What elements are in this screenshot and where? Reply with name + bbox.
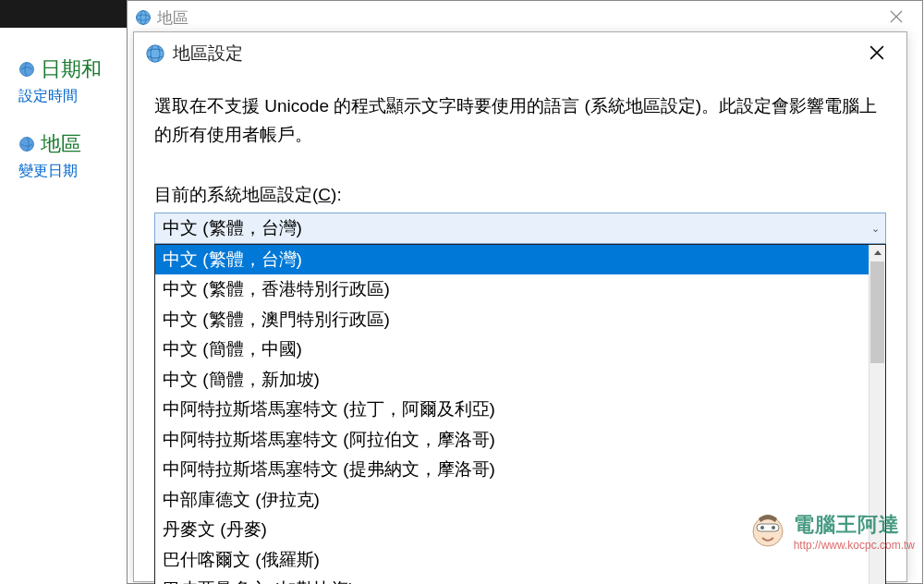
svg-point-2 (137, 11, 151, 25)
dropdown-option[interactable]: 中部庫德文 (伊拉克) (155, 485, 869, 516)
dialog-close-button[interactable] (858, 42, 895, 66)
dialog-description: 選取在不支援 Unicode 的程式顯示文字時要使用的語言 (系統地區設定)。此… (154, 91, 886, 150)
svg-point-1 (20, 138, 34, 152)
dropdown-option[interactable]: 巴皮亞曼多文 (加勒比海) (155, 575, 869, 584)
locale-dropdown: 中文 (繁體，台灣)中文 (繁體，香港特別行政區)中文 (繁體，澳門特別行政區)… (154, 244, 886, 584)
dropdown-option[interactable]: 中阿特拉斯塔馬塞特文 (阿拉伯文，摩洛哥) (155, 425, 869, 456)
dropdown-list: 中文 (繁體，台灣)中文 (繁體，香港特別行政區)中文 (繁體，澳門特別行政區)… (155, 245, 869, 584)
globe-icon (145, 43, 165, 64)
scrollbar[interactable] (869, 245, 885, 584)
sidebar-region-title: 地區 (41, 130, 81, 158)
globe-icon (18, 136, 35, 152)
sidebar-datetime-title: 日期和 (41, 55, 102, 83)
chevron-down-icon: ⌄ (871, 222, 880, 234)
svg-point-0 (20, 63, 34, 77)
dropdown-option[interactable]: 中文 (繁體，台灣) (155, 245, 869, 275)
chevron-up-icon (874, 250, 881, 255)
dropdown-option[interactable]: 中文 (簡體，中國) (155, 335, 869, 365)
scroll-up-button[interactable] (869, 245, 885, 262)
svg-point-5 (147, 45, 164, 62)
dropdown-option[interactable]: 中阿特拉斯塔馬塞特文 (提弗納文，摩洛哥) (155, 455, 869, 485)
locale-combobox[interactable]: 中文 (繁體，台灣) ⌄ (154, 213, 886, 244)
region-window-title: 地區 (157, 7, 188, 29)
dialog-title: 地區設定 (173, 42, 243, 66)
settings-sidebar: 日期和 設定時間 地區 變更日期 (0, 0, 129, 584)
dropdown-option[interactable]: 中阿特拉斯塔馬塞特文 (拉丁，阿爾及利亞) (155, 395, 869, 425)
globe-icon (135, 9, 152, 26)
region-titlebar: 地區 (128, 1, 922, 34)
dropdown-option[interactable]: 中文 (繁體，香港特別行政區) (155, 274, 869, 305)
dropdown-option[interactable]: 巴什喀爾文 (俄羅斯) (155, 545, 869, 576)
dropdown-option[interactable]: 中文 (簡體，新加坡) (155, 365, 869, 395)
scroll-track[interactable] (869, 262, 885, 584)
scroll-thumb[interactable] (870, 262, 884, 363)
sidebar-item-datetime[interactable]: 日期和 設定時間 (18, 55, 128, 106)
dialog-titlebar: 地區設定 (134, 32, 906, 75)
region-settings-dialog: 地區設定 選取在不支援 Unicode 的程式顯示文字時要使用的語言 (系統地區… (133, 31, 907, 582)
sidebar-datetime-sub: 設定時間 (18, 87, 128, 106)
sidebar-region-sub: 變更日期 (18, 162, 128, 181)
locale-label: 目前的系統地區設定(C): (154, 183, 886, 207)
close-icon (869, 45, 884, 60)
close-button[interactable] (878, 8, 915, 28)
close-icon (890, 10, 903, 23)
combobox-selected-value: 中文 (繁體，台灣) (163, 216, 302, 240)
sidebar-item-region[interactable]: 地區 變更日期 (18, 130, 128, 181)
dropdown-option[interactable]: 中文 (繁體，澳門特別行政區) (155, 305, 869, 335)
dropdown-option[interactable]: 丹麥文 (丹麥) (155, 515, 869, 545)
top-dark-bar (0, 0, 129, 28)
clock-icon (18, 61, 35, 78)
